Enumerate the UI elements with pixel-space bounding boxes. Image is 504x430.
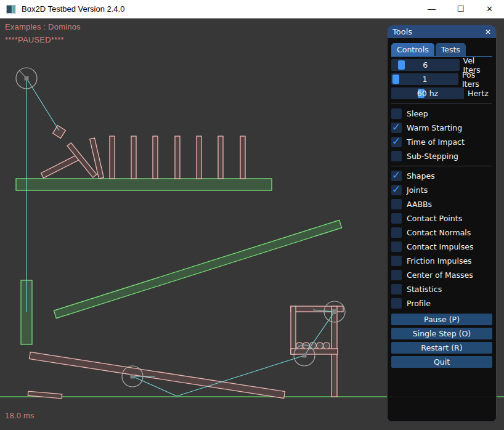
maximize-button[interactable]: ☐ xyxy=(446,0,475,18)
dynamic-body xyxy=(218,136,223,179)
tools-panel: Tools ✕ ControlsTests 6Vel Iters1Pos Ite… xyxy=(387,25,497,422)
app-icon xyxy=(6,5,16,14)
checkbox-label: Statistics xyxy=(407,285,442,294)
slider-group: 6Vel Iters1Pos Iters60 hzHertz xyxy=(391,59,492,99)
checkbox-row-statistics[interactable]: Statistics xyxy=(391,284,492,294)
checkmark-icon: ✓ xyxy=(392,135,400,147)
slider-hertz[interactable]: 60 hz xyxy=(391,87,464,99)
tab-controls[interactable]: Controls xyxy=(391,43,434,56)
frame-time-label: 18.0 ms xyxy=(5,411,35,420)
button-pause-p[interactable]: Pause (P) xyxy=(391,314,492,325)
slider-vel-iters[interactable]: 6 xyxy=(391,59,460,71)
separator xyxy=(391,166,492,166)
dynamic-body xyxy=(291,306,296,354)
checkbox-row-sub-stepping[interactable]: Sub-Stepping xyxy=(391,151,492,161)
dynamic-body xyxy=(175,136,180,179)
tools-close-icon[interactable]: ✕ xyxy=(485,28,491,36)
checkbox-profile[interactable] xyxy=(391,298,402,309)
dynamic-body xyxy=(153,136,158,179)
examples-label: Examples : Dominos xyxy=(5,22,81,31)
checkbox-label: Sub-Stepping xyxy=(407,152,458,161)
joint-anchor xyxy=(25,76,29,81)
checkbox-label: Time of Impact xyxy=(407,137,465,147)
checkmark-icon: ✓ xyxy=(392,183,400,195)
close-button[interactable]: ✕ xyxy=(475,0,504,18)
slider-value: 1 xyxy=(391,73,458,85)
checkbox-row-sleep[interactable]: Sleep xyxy=(391,108,492,119)
checkbox-row-profile[interactable]: Profile xyxy=(391,298,492,309)
slider-pos-iters[interactable]: 1 xyxy=(391,73,458,85)
checkbox-sleep[interactable] xyxy=(391,108,402,119)
checkbox-row-warm-starting[interactable]: ✓Warm Starting xyxy=(391,123,492,133)
checkbox-group-1: Sleep✓Warm Starting✓Time of ImpactSub-St… xyxy=(391,108,492,161)
checkbox-row-joints[interactable]: ✓Joints xyxy=(391,185,492,195)
checkbox-row-contact-normals[interactable]: Contact Normals xyxy=(391,227,492,238)
checkbox-contact-normals[interactable] xyxy=(391,227,402,238)
ball-body xyxy=(323,343,330,349)
joint-anchor xyxy=(303,354,307,358)
slider-row-vel-iters: 6Vel Iters xyxy=(391,59,492,71)
dynamic-body xyxy=(30,352,285,399)
checkbox-joints[interactable]: ✓ xyxy=(391,185,402,195)
button-restart-r[interactable]: Restart (R) xyxy=(391,342,492,354)
checkbox-label: Contact Points xyxy=(407,214,462,223)
tab-tests[interactable]: Tests xyxy=(436,43,466,56)
checkbox-label: Joints xyxy=(407,185,428,195)
dynamic-body xyxy=(41,155,80,178)
checkbox-row-friction-impulses[interactable]: Friction Impulses xyxy=(391,256,492,266)
tab-bar: ControlsTests xyxy=(391,43,492,57)
checkbox-center-of-masses[interactable] xyxy=(391,270,402,280)
dynamic-body xyxy=(53,126,66,139)
checkbox-group-2: ✓Shapes✓JointsAABBsContact PointsContact… xyxy=(391,171,492,309)
checkbox-aabbs[interactable] xyxy=(391,199,402,209)
tools-panel-titlebar[interactable]: Tools ✕ xyxy=(388,25,496,38)
checkbox-label: Profile xyxy=(407,299,431,308)
checkbox-row-contact-impulses[interactable]: Contact Impulses xyxy=(391,241,492,252)
window-titlebar[interactable]: Box2D Testbed Version 2.4.0 — ☐ ✕ xyxy=(0,0,504,18)
checkbox-row-aabbs[interactable]: AABBs xyxy=(391,199,492,209)
checkbox-label: Contact Normals xyxy=(407,228,471,237)
minimize-button[interactable]: — xyxy=(417,0,446,18)
checkbox-row-center-of-masses[interactable]: Center of Masses xyxy=(391,270,492,280)
checkbox-label: Sleep xyxy=(407,109,428,118)
checkbox-label: AABBs xyxy=(407,200,432,209)
slider-row-hertz: 60 hzHertz xyxy=(391,87,492,99)
checkbox-row-contact-points[interactable]: Contact Points xyxy=(391,213,492,224)
checkbox-label: Friction Impulses xyxy=(407,256,472,266)
dynamic-body xyxy=(131,136,136,179)
checkbox-label: Warm Starting xyxy=(407,123,462,132)
button-single-step-o[interactable]: Single Step (O) xyxy=(391,328,492,339)
button-stack: Pause (P)Single Step (O)Restart (R)Quit xyxy=(391,314,492,368)
window-title: Box2D Testbed Version 2.4.0 xyxy=(22,4,124,14)
slider-label: Hertz xyxy=(468,89,489,98)
slider-value: 6 xyxy=(391,59,460,71)
separator xyxy=(391,103,492,104)
checkbox-contact-points[interactable] xyxy=(391,213,402,224)
static-plank xyxy=(16,179,272,190)
button-quit[interactable]: Quit xyxy=(391,356,492,368)
joint-anchor xyxy=(332,309,337,314)
checkbox-label: Center of Masses xyxy=(407,270,473,280)
checkbox-sub-stepping[interactable] xyxy=(391,151,402,161)
slider-row-pos-iters: 1Pos Iters xyxy=(391,73,492,85)
checkbox-statistics[interactable] xyxy=(391,284,402,294)
checkbox-row-shapes[interactable]: ✓Shapes xyxy=(391,171,492,181)
dynamic-body xyxy=(110,136,115,179)
dynamic-body xyxy=(240,136,245,179)
checkbox-time-of-impact[interactable]: ✓ xyxy=(391,137,402,147)
checkbox-label: Contact Impulses xyxy=(407,242,474,251)
checkbox-warm-starting[interactable]: ✓ xyxy=(391,123,402,133)
checkbox-contact-impulses[interactable] xyxy=(391,241,402,252)
slider-value: 60 hz xyxy=(391,87,464,99)
joint-line xyxy=(26,78,59,131)
checkmark-icon: ✓ xyxy=(392,169,400,181)
checkbox-friction-impulses[interactable] xyxy=(391,256,402,266)
checkmark-icon: ✓ xyxy=(392,121,400,133)
ball-body xyxy=(317,343,323,349)
checkbox-shapes[interactable]: ✓ xyxy=(391,171,402,181)
tools-panel-title: Tools xyxy=(392,27,412,36)
slider-label: Pos Iters xyxy=(462,70,492,89)
static-plank xyxy=(54,220,341,318)
checkbox-row-time-of-impact[interactable]: ✓Time of Impact xyxy=(391,137,492,147)
checkbox-label: Shapes xyxy=(407,171,435,181)
